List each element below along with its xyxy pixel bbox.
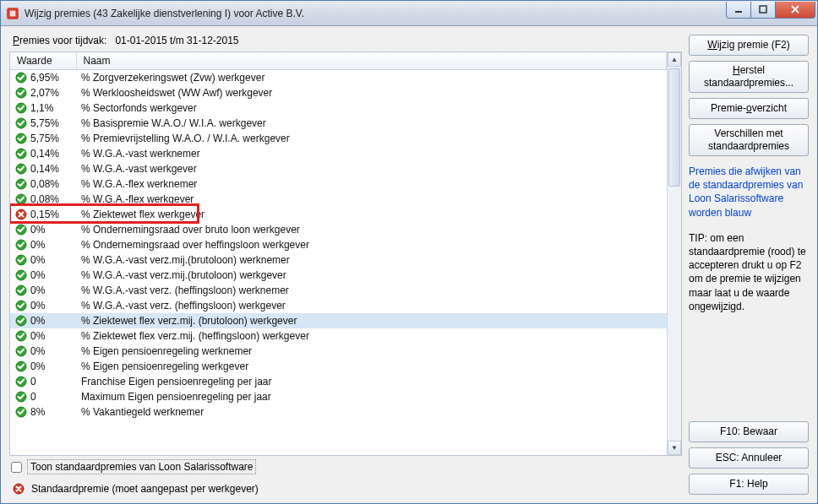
table-row[interactable]: 1,1%% Sectorfonds werkgever — [10, 100, 667, 116]
table-row[interactable]: 0%% W.G.A.-vast verz.mij.(brutoloon) wer… — [10, 252, 667, 268]
table-row[interactable]: 0Franchise Eigen pensioenregeling per ja… — [10, 374, 667, 389]
ok-icon — [15, 330, 27, 342]
content: Premies voor tijdvak: 01-01-2015 t/m 31-… — [1, 26, 817, 503]
table-row[interactable]: 0%% Ondernemingsraad over bruto loon wer… — [10, 222, 667, 237]
waarde-cell: 0,15% — [30, 209, 64, 220]
table-row[interactable]: 0%% W.G.A.-vast verz. (heffingsloon) wer… — [10, 283, 667, 298]
ok-icon — [15, 269, 27, 281]
wijzig-premie-button[interactable]: Wijzig premie (F2) — [689, 35, 809, 56]
waarde-cell: 0,08% — [30, 193, 64, 205]
naam-cell: Maximum Eigen pensioenregeling per jaar — [76, 389, 667, 404]
naam-cell: % Ziektewet flex verz.mij. (brutoloon) w… — [76, 313, 667, 328]
help-button[interactable]: F1: Help — [689, 474, 809, 495]
ok-icon — [15, 87, 27, 99]
note-tip: TIP: om een standaardpremie (rood) te ac… — [689, 231, 809, 313]
table-row[interactable]: 0%% Eigen pensioenregeling werkgever — [10, 359, 667, 374]
waarde-cell: 0,14% — [30, 163, 64, 175]
table-row[interactable]: 0%% Ziektewet flex verz.mij. (heffingslo… — [10, 328, 667, 344]
waarde-cell: 0% — [30, 239, 64, 251]
waarde-cell: 0 — [30, 376, 64, 387]
toon-standaard-row: Toon standaardpremies van Loon Salarisso… — [9, 459, 682, 474]
scroll-down-button[interactable]: ▼ — [668, 441, 681, 455]
naam-cell: % W.G.A.-vast verz.mij.(brutoloon) werkn… — [76, 252, 667, 268]
ok-icon — [15, 72, 27, 84]
table-row[interactable]: 0%% Ziektewet flex verz.mij. (brutoloon)… — [10, 313, 667, 328]
minimize-button[interactable] — [726, 2, 751, 19]
table-row[interactable]: 0,14%% W.G.A.-vast werknemer — [10, 146, 667, 161]
annuleer-button[interactable]: ESC: Annuleer — [689, 447, 809, 469]
waarde-cell: 2,07% — [30, 87, 64, 99]
ok-icon — [15, 360, 27, 372]
naam-cell: % Zorgverzekeringswet (Zvw) werkgever — [76, 70, 667, 85]
ok-icon — [15, 376, 27, 387]
scroll-track[interactable] — [668, 67, 681, 441]
ok-icon — [15, 406, 27, 418]
waarde-cell: 8% — [30, 406, 64, 418]
col-naam[interactable]: Naam — [76, 52, 667, 70]
naam-cell: % Werkloosheidswet (WW Awf) werkgever — [76, 85, 667, 100]
naam-cell: Franchise Eigen pensioenregeling per jaa… — [76, 374, 667, 389]
table-row[interactable]: 5,75%% Basispremie W.A.O./ W.I.A. werkge… — [10, 116, 667, 131]
naam-cell: % W.G.A.-vast werkgever — [76, 161, 667, 176]
table-row[interactable]: 0%% W.G.A.-vast verz. (heffingsloon) wer… — [10, 298, 667, 313]
table-row[interactable]: 0,14%% W.G.A.-vast werkgever — [10, 161, 667, 176]
close-button[interactable] — [775, 2, 815, 19]
ok-icon — [15, 148, 27, 160]
waarde-cell: 0 — [30, 391, 64, 403]
waarde-cell: 0% — [30, 360, 64, 372]
naam-cell: % Ziektewet flex werkgever — [76, 207, 667, 222]
waarde-cell: 0% — [30, 315, 64, 327]
waarde-cell: 0% — [30, 300, 64, 312]
titlebar: Wijzig premies (43 Zakelijke dienstverle… — [1, 1, 817, 26]
window-title: Wijzig premies (43 Zakelijke dienstverle… — [25, 8, 727, 19]
naam-cell: % Ondernemingsraad over heffingsloon wer… — [76, 237, 667, 252]
waarde-cell: 6,95% — [30, 72, 64, 84]
table-row[interactable]: 8%% Vakantiegeld werknemer — [10, 404, 667, 420]
maximize-button[interactable] — [750, 2, 776, 19]
scroll-thumb[interactable] — [668, 68, 680, 187]
ok-icon — [15, 102, 27, 114]
naam-cell: % Vakantiegeld werknemer — [76, 404, 667, 420]
herstel-standaard-button[interactable]: Herstelstandaardpremies... — [689, 61, 809, 93]
bewaar-button[interactable]: F10: Bewaar — [689, 421, 809, 442]
premie-overzicht-button[interactable]: Premie-overzicht — [689, 98, 809, 119]
table-row[interactable]: 2,07%% Werkloosheidswet (WW Awf) werkgev… — [10, 85, 667, 100]
waarde-cell: 0% — [30, 345, 64, 357]
toon-standaard-checkbox[interactable] — [11, 462, 22, 473]
period-range: 01-01-2015 t/m 31-12-2015 — [115, 35, 238, 46]
ok-icon — [15, 224, 27, 236]
naam-cell: % W.G.A.-vast werknemer — [76, 146, 667, 161]
waarde-cell: 0% — [30, 224, 64, 236]
naam-cell: % Basispremie W.A.O./ W.I.A. werkgever — [76, 116, 667, 131]
naam-cell: % Premievrijstelling W.A.O. / W.I.A. wer… — [76, 131, 667, 146]
legend: Standaardpremie (moet aangepast per werk… — [9, 483, 682, 495]
naam-cell: % W.G.A.-vast verz. (heffingsloon) werkg… — [76, 298, 667, 313]
table-row[interactable]: 0%% Eigen pensioenregeling werknemer — [10, 344, 667, 359]
grid-wrap: Waarde Naam 6,95%% Zorgverzekeringswet (… — [9, 51, 682, 456]
ok-icon — [15, 117, 27, 129]
scroll-up-button[interactable]: ▲ — [668, 52, 681, 67]
ok-icon — [15, 133, 27, 144]
ok-icon — [15, 178, 27, 190]
toon-standaard-label[interactable]: Toon standaardpremies van Loon Salarisso… — [27, 459, 256, 474]
table-row[interactable]: 0Maximum Eigen pensioenregeling per jaar — [10, 389, 667, 404]
note-blue: Premies die afwijken van de standaardpre… — [689, 165, 809, 219]
table-row[interactable]: 0,08%% W.G.A.-flex werkgever — [10, 192, 667, 207]
naam-cell: % Ondernemingsraad over bruto loon werkg… — [76, 222, 667, 237]
ok-icon — [15, 391, 27, 403]
waarde-cell: 5,75% — [30, 117, 64, 129]
table-row[interactable]: 0,08%% W.G.A.-flex werknemer — [10, 176, 667, 192]
left-column: Premies voor tijdvak: 01-01-2015 t/m 31-… — [9, 35, 682, 495]
ok-icon — [15, 315, 27, 327]
table-row[interactable]: 0%% W.G.A.-vast verz.mij.(brutoloon) wer… — [10, 268, 667, 283]
naam-cell: % Sectorfonds werkgever — [76, 100, 667, 116]
scrollbar[interactable]: ▲ ▼ — [667, 52, 681, 455]
table-row[interactable]: 5,75%% Premievrijstelling W.A.O. / W.I.A… — [10, 131, 667, 146]
col-waarde[interactable]: Waarde — [10, 52, 76, 70]
verschillen-button[interactable]: Verschillen metstandaardpremies — [689, 124, 809, 156]
table-row[interactable]: 0,15%% Ziektewet flex werkgever — [10, 207, 667, 222]
table-row[interactable]: 6,95%% Zorgverzekeringswet (Zvw) werkgev… — [10, 70, 667, 85]
table-row[interactable]: 0%% Ondernemingsraad over heffingsloon w… — [10, 237, 667, 252]
ok-icon — [15, 285, 27, 296]
premies-grid[interactable]: Waarde Naam 6,95%% Zorgverzekeringswet (… — [10, 52, 667, 420]
